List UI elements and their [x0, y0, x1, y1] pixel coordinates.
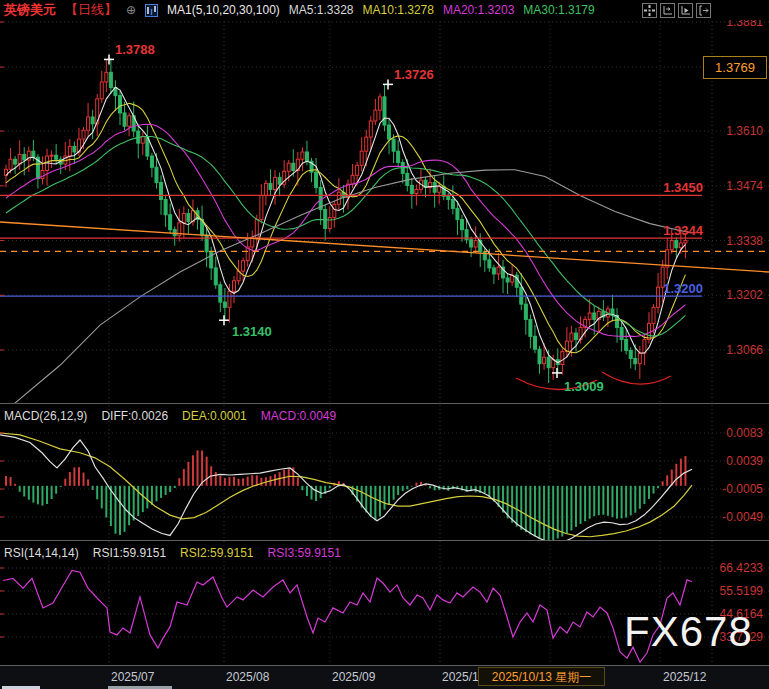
x-axis-label: 2025/07: [111, 670, 154, 685]
link-icon[interactable]: ⊕: [126, 3, 136, 17]
price-line-label: 1.3450: [655, 180, 703, 195]
ma30-line: [6, 136, 685, 336]
toolbar-buttons: [642, 3, 711, 18]
macd-diff-value: DIFF:0.0026: [101, 409, 168, 423]
ma20-line: [6, 124, 685, 336]
x-axis-label: 2025/12: [663, 670, 706, 685]
extreme-price-label: 1.3788: [115, 42, 155, 57]
symbol-name: 英镑美元: [4, 1, 56, 19]
scale-left-icon[interactable]: [660, 3, 675, 18]
rsi1-value: RSI1:59.9151: [93, 546, 166, 560]
price-chart-canvas: [0, 0, 769, 689]
macd-value: MACD:0.0049: [261, 409, 336, 423]
fx678-watermark: FX678: [624, 608, 753, 656]
extreme-price-label: 1.3140: [232, 324, 272, 339]
layout-grid-icon[interactable]: [642, 3, 657, 18]
ma10-value: MA10:1.3278: [363, 3, 434, 17]
rsi-params: RSI(14,14,14): [4, 546, 79, 560]
rsi-line: [3, 570, 692, 662]
candles-layer: [5, 58, 687, 383]
extreme-price-label: 1.3009: [564, 379, 604, 394]
crosshair-price-box: 1.3769: [703, 56, 767, 79]
dea-line: [0, 433, 692, 537]
rsi2-value: RSI2:59.9151: [180, 546, 253, 560]
ma-parameters: MA1(5,10,20,30,100): [167, 3, 280, 17]
x-axis-label: 2025/08: [226, 670, 269, 685]
indicator-icon[interactable]: [145, 4, 158, 17]
trend-line: [0, 222, 769, 272]
ma30-value: MA30:1.3179: [523, 3, 594, 17]
price-line-label: 1.3200: [655, 281, 703, 296]
ma20-value: MA20:1.3203: [443, 3, 514, 17]
macd-params: MACD(26,12,9): [4, 409, 87, 423]
ma5-value: MA5:1.3328: [289, 3, 354, 17]
period-label: 【日线】: [65, 1, 117, 19]
macd-panel-header: MACD(26,12,9) DIFF:0.0026 DEA:0.0001 MAC…: [4, 409, 336, 423]
macd-layer: [0, 433, 692, 543]
x-axis-label: 2025/09: [332, 670, 375, 685]
rsi3-value: RSI3:59.9151: [268, 546, 341, 560]
extreme-price-label: 1.3726: [394, 67, 434, 82]
chart-header: 英镑美元 【日线】 ⊕ MA1(5,10,20,30,100) MA5:1.33…: [0, 0, 769, 20]
bottom-arc-annotation: [602, 372, 671, 384]
ma100-line: [14, 170, 692, 404]
price-line-label: 1.3344: [655, 223, 703, 238]
crosshair-date-box: 2025/10/13 星期一: [478, 667, 605, 686]
scale-right-icon[interactable]: [678, 3, 693, 18]
exit-icon[interactable]: [696, 3, 711, 18]
trading-chart-window: 英镑美元 【日线】 ⊕ MA1(5,10,20,30,100) MA5:1.33…: [0, 0, 769, 689]
rsi-panel-header: RSI(14,14,14) RSI1:59.9151 RSI2:59.9151 …: [4, 546, 341, 560]
macd-dea-value: DEA:0.0001: [182, 409, 247, 423]
